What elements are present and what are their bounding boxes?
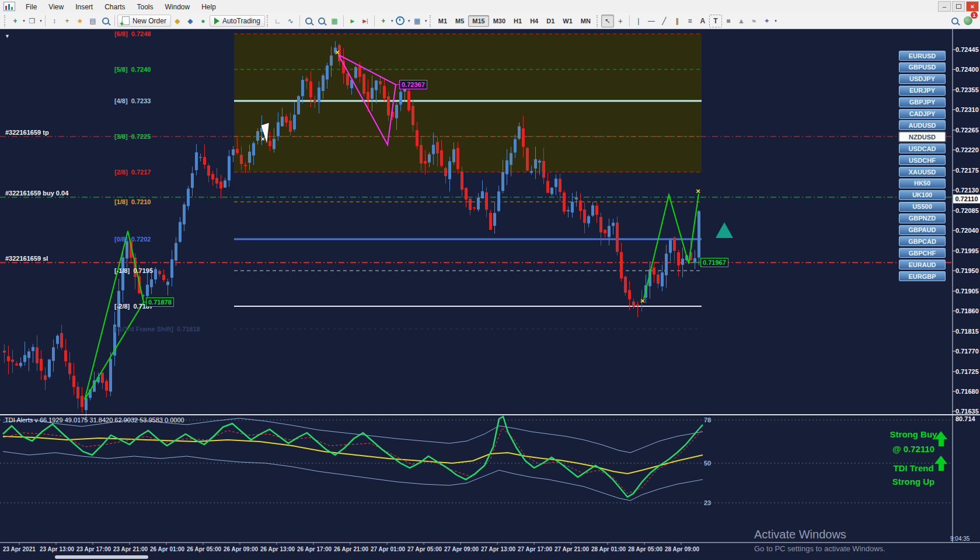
new-order-button[interactable]: New Order [117, 15, 171, 27]
symbol-button-usdjpy[interactable]: USDJPY [899, 74, 946, 84]
toolbar: +▼ ❒▼ ↕ + ★ ▤ New Order ◆ ◆ ● AutoTradin… [0, 13, 980, 29]
auto-scroll-button[interactable]: ▶ [346, 15, 359, 27]
indicators-caret-icon[interactable]: ▼ [390, 19, 394, 23]
profiles-caret-icon[interactable]: ▼ [39, 19, 43, 23]
symbol-button-uk100[interactable]: UK100 [899, 190, 946, 200]
channel-tool-button[interactable]: ∥ [671, 15, 683, 27]
menu-charts[interactable]: Charts [99, 1, 131, 13]
templates-button[interactable]: ▦ [411, 15, 424, 27]
indicators-button[interactable]: + [377, 15, 390, 27]
terminal-button[interactable]: ▤ [86, 15, 99, 27]
symbol-button-cadjpy[interactable]: CADJPY [899, 109, 946, 119]
symbol-button-gbpjpy[interactable]: GBPJPY [899, 97, 946, 107]
toolbar-grip[interactable] [267, 15, 270, 27]
toolbar-grip[interactable] [430, 15, 433, 27]
menu-bar: FileViewInsertChartsToolsWindowHelp – × [0, 0, 980, 13]
chat-icon [964, 16, 972, 25]
chart-shift-button[interactable]: ▶| [359, 15, 372, 27]
experts-button[interactable]: ◆ [171, 15, 184, 27]
zoom-in-button[interactable] [302, 15, 315, 27]
symbol-button-audusd[interactable]: AUDUSD [899, 120, 946, 130]
timeframe-m5[interactable]: M5 [451, 15, 468, 27]
menu-view[interactable]: View [43, 1, 69, 13]
menu-file[interactable]: File [20, 1, 43, 13]
bar-chart-button[interactable]: ∟ [271, 15, 284, 27]
text-tool-button[interactable]: A [696, 15, 709, 27]
vertical-line-tool-button[interactable]: | [632, 15, 645, 27]
symbol-button-eurjpy[interactable]: EURJPY [899, 86, 946, 96]
search-icon [951, 18, 958, 24]
arrows-caret-icon[interactable]: ▼ [774, 19, 777, 23]
timeframe-m15[interactable]: M15 [468, 15, 489, 27]
periods-caret-icon[interactable]: ▼ [407, 19, 411, 23]
notifications-button[interactable]: 1 [961, 15, 974, 27]
periods-button[interactable] [394, 15, 407, 27]
timeframe-m1[interactable]: M1 [434, 15, 451, 27]
timeframe-w1[interactable]: W1 [559, 15, 577, 27]
mt4-window: FileViewInsertChartsToolsWindowHelp – × … [0, 0, 980, 560]
new-order-icon [122, 16, 130, 25]
toolbar-grip[interactable] [4, 15, 7, 27]
signals-button[interactable]: ● [197, 15, 210, 27]
new-chart-button[interactable]: + [9, 15, 22, 27]
templates-caret-icon[interactable]: ▼ [424, 19, 428, 23]
chart-canvas[interactable] [0, 29, 980, 560]
toolbar-separator [299, 15, 300, 27]
rectangle-tool-button[interactable]: ■ [722, 15, 735, 27]
restore-button[interactable] [952, 1, 965, 12]
profiles-button[interactable]: ❒ [26, 15, 39, 27]
symbol-button-hk50[interactable]: HK50 [899, 178, 946, 188]
cursor-tool-button[interactable]: ↖ [601, 15, 614, 27]
horizontal-scrollbar-thumb[interactable] [55, 555, 148, 559]
text-label-tool-button[interactable]: T [709, 15, 722, 27]
symbol-button-gbpaud[interactable]: GBPAUD [899, 225, 946, 235]
symbol-button-eurgbp[interactable]: EURGBP [899, 271, 946, 281]
symbol-button-gbpcad[interactable]: GBPCAD [899, 236, 946, 246]
triangle-tool-button[interactable]: ▲ [735, 15, 748, 27]
symbol-button-us500[interactable]: US500 [899, 202, 946, 212]
tile-windows-button[interactable]: ▦ [328, 15, 341, 27]
close-button[interactable]: × [966, 1, 979, 12]
symbol-button-xauusd[interactable]: XAUUSD [899, 167, 946, 177]
timeframe-m30[interactable]: M30 [489, 15, 510, 27]
notification-badge: 1 [971, 12, 978, 19]
crosshair-tool-button[interactable]: + [614, 15, 627, 27]
toolbar-grip[interactable] [597, 15, 599, 27]
menu-tools[interactable]: Tools [131, 1, 159, 13]
market-watch-button[interactable]: ↕ [48, 15, 61, 27]
horizontal-line-tool-button[interactable]: — [645, 15, 658, 27]
timeframe-mn[interactable]: MN [577, 15, 595, 27]
strategy-tester-button[interactable] [99, 15, 112, 27]
toolbar-separator [343, 15, 344, 27]
symbol-button-usdcad[interactable]: USDCAD [899, 144, 946, 153]
symbol-button-usdchf[interactable]: USDCHF [899, 155, 946, 165]
symbol-button-nzdusd[interactable]: NZDUSD [899, 132, 946, 142]
metaeditor-button[interactable]: ◆ [184, 15, 197, 27]
arrows-tool-button[interactable]: ✦ [761, 15, 773, 27]
navigator-button[interactable]: ★ [74, 15, 86, 27]
autotrading-label: AutoTrading [222, 17, 260, 25]
symbol-button-gbpusd[interactable]: GBPUSD [899, 62, 946, 72]
timeframe-h1[interactable]: H1 [510, 15, 526, 27]
timeframe-h4[interactable]: H4 [526, 15, 542, 27]
menu-window[interactable]: Window [159, 1, 196, 13]
data-window-button[interactable]: + [61, 15, 74, 27]
menu-insert[interactable]: Insert [69, 1, 99, 13]
restore-icon [956, 4, 961, 9]
fibonacci-tool-button[interactable]: ≡ [683, 15, 696, 27]
zoom-out-button[interactable] [315, 15, 328, 27]
symbol-button-gbpchf[interactable]: GBPCHF [899, 248, 946, 258]
menu-help[interactable]: Help [196, 1, 222, 13]
minimize-button[interactable]: – [938, 1, 951, 12]
symbol-button-euraud[interactable]: EURAUD [899, 260, 946, 270]
fibonacci-fan-tool-button[interactable]: ≈ [748, 15, 761, 27]
search-button[interactable] [948, 15, 961, 27]
symbol-button-gbpnzd[interactable]: GBPNZD [899, 214, 946, 223]
timeframe-d1[interactable]: D1 [542, 15, 559, 27]
autotrading-button[interactable]: AutoTrading [210, 15, 265, 27]
line-chart-button[interactable]: ∿ [284, 15, 297, 27]
toolbar-separator [629, 15, 630, 27]
trendline-tool-button[interactable]: ╱ [658, 15, 671, 27]
symbol-button-eurusd[interactable]: EURUSD [899, 51, 946, 61]
toolbar-separator [114, 15, 115, 27]
